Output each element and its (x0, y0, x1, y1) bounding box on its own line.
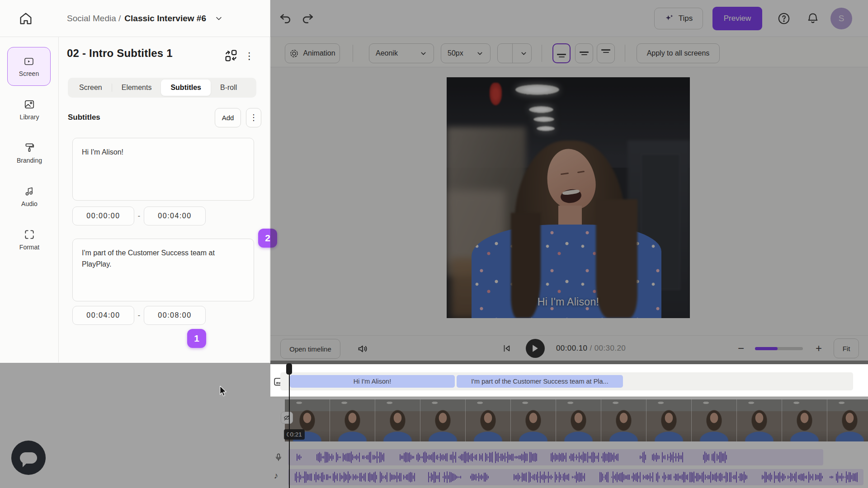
screen-menu-button[interactable]: ⋮ (244, 48, 255, 64)
tab-broll[interactable]: B-roll (211, 80, 246, 96)
animation-button[interactable]: Animation (285, 43, 340, 63)
tab-elements[interactable]: Elements (112, 80, 161, 96)
video-thumbnail[interactable] (330, 399, 375, 441)
play-button[interactable] (526, 339, 545, 358)
tips-label: Tips (679, 14, 693, 23)
help-button[interactable] (777, 12, 791, 25)
playhead-handle[interactable] (286, 363, 292, 375)
notifications-button[interactable] (806, 11, 820, 26)
subtitle-timeline-block[interactable]: I'm part of the Customer Success team at… (457, 375, 623, 388)
video-thumbnail[interactable] (375, 399, 420, 441)
breadcrumb-section: Social Media / (67, 14, 121, 23)
swap-icon (223, 48, 239, 63)
subtitles-section-title: Subtitles (68, 113, 100, 122)
voiceover-waveform (297, 449, 726, 465)
preview-label: Preview (724, 14, 751, 23)
video-thumbnail[interactable] (466, 399, 511, 441)
screen-panel: 02 - Intro Subtitles 1 ⋮ Screen Elements… (59, 37, 270, 362)
kebab-icon: ⋮ (245, 51, 255, 61)
align-top-button[interactable] (597, 43, 615, 63)
subtitle-timeline-block[interactable]: Hi I'm Alison! (290, 375, 455, 388)
zoom-out-button[interactable]: − (735, 339, 747, 357)
kebab-icon: ⋮ (250, 113, 258, 122)
total-time: 00:30.20 (594, 344, 626, 352)
mouse-cursor (218, 386, 228, 397)
start-time-input[interactable]: 00:04:00 (72, 306, 134, 325)
sidebar-item-format[interactable]: Format (0, 229, 59, 251)
toolbar-separator (542, 45, 542, 62)
sidebar-item-screen[interactable]: Screen (7, 47, 51, 86)
time-range-separator: - (134, 212, 144, 220)
video-thumbnail[interactable] (692, 399, 737, 441)
end-time-input[interactable]: 00:04:00 (144, 206, 206, 225)
video-thumbnail[interactable] (827, 399, 868, 441)
end-time-input[interactable]: 00:08:00 (144, 306, 206, 325)
speaker-icon (356, 343, 370, 355)
sidebar-item-audio[interactable]: Audio (0, 185, 59, 207)
ceiling-light (529, 106, 553, 113)
tab-screen[interactable]: Screen (70, 80, 112, 96)
sidebar-item-branding[interactable]: Branding (0, 142, 59, 164)
voiceover-track-icon (274, 452, 283, 463)
tab-subtitles[interactable]: Subtitles (161, 80, 211, 96)
start-time-input[interactable]: 00:00:00 (72, 206, 134, 225)
timeline-top-edge (270, 361, 868, 364)
volume-button[interactable] (356, 343, 370, 355)
video-thumbnail[interactable] (737, 399, 782, 441)
redo-icon (300, 11, 316, 26)
play-icon (532, 344, 539, 352)
video-thumbnail[interactable] (556, 399, 601, 441)
open-timeline-button[interactable]: Open timeline (280, 339, 340, 359)
preview-button[interactable]: Preview (712, 7, 762, 30)
subtitles-menu-button[interactable]: ⋮ (246, 108, 261, 127)
video-track: 00:21 (270, 398, 868, 445)
breadcrumb[interactable]: Social Media / Classic Interview #6 (67, 0, 223, 37)
video-thumbnail[interactable] (601, 399, 646, 441)
swap-screen-button[interactable] (223, 48, 240, 64)
skip-to-start-button[interactable] (502, 343, 512, 354)
avatar[interactable]: S (830, 8, 852, 29)
sidebar-item-library[interactable]: Library (0, 99, 59, 121)
undo-button[interactable] (278, 11, 293, 26)
video-thumbnail[interactable] (646, 399, 692, 441)
video-thumbnail[interactable] (782, 399, 827, 441)
question-icon (777, 12, 791, 25)
subtitle-text-field[interactable]: Hi I'm Alison! (72, 138, 254, 201)
video-preview[interactable]: Hi I'm Alison! (447, 77, 690, 318)
font-family-dropdown[interactable]: Aeonik (369, 43, 434, 63)
hidden-clip-badge[interactable] (281, 412, 293, 424)
time-separator: / (587, 344, 594, 352)
font-size-dropdown[interactable]: 50px (441, 43, 491, 63)
subtitle-track-strip: Hi I'm Alison! I'm part of the Customer … (270, 364, 868, 397)
breadcrumb-current: Classic Interview #6 (124, 14, 206, 23)
skip-back-icon (502, 343, 512, 354)
bell-icon (806, 11, 820, 26)
tips-button[interactable]: Tips (654, 8, 703, 29)
home-button[interactable] (18, 11, 38, 27)
align-middle-button[interactable] (575, 43, 593, 63)
audio-tracks: ♪ (270, 445, 868, 488)
subtitle-overlay: Hi I'm Alison! (447, 296, 690, 308)
align-bottom-button[interactable] (552, 43, 571, 63)
chat-support-button[interactable] (11, 441, 46, 475)
fit-button[interactable]: Fit (834, 338, 859, 358)
timeline-thumbnails (284, 399, 868, 441)
fit-label: Fit (843, 345, 850, 352)
ceiling-light (533, 117, 554, 122)
screen-title: 02 - Intro Subtitles 1 (67, 47, 173, 60)
zoom-slider[interactable] (755, 347, 803, 350)
current-time: 00:00.10 (556, 344, 587, 352)
add-subtitle-button[interactable]: Add (215, 108, 241, 127)
subtitle-track: Hi I'm Alison! I'm part of the Customer … (280, 372, 853, 390)
subtitle-text-field[interactable]: I'm part of the Customer Success team at… (72, 239, 254, 301)
toolbar-separator (625, 45, 625, 62)
video-thumbnail[interactable] (511, 399, 556, 441)
align-middle-icon (580, 49, 589, 57)
redo-button[interactable] (300, 11, 316, 26)
playhead[interactable] (289, 363, 290, 488)
video-thumbnail[interactable] (420, 399, 466, 441)
sidebar-item-label: Audio (21, 200, 38, 207)
apply-to-all-screens-button[interactable]: Apply to all screens (637, 43, 720, 63)
zoom-in-button[interactable]: + (813, 339, 825, 357)
text-color-dropdown[interactable] (497, 43, 532, 63)
